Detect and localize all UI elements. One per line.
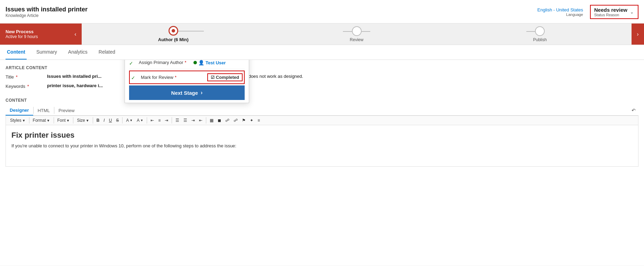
image-button[interactable]: ◼ xyxy=(216,117,223,123)
stage-author-circle[interactable] xyxy=(169,26,178,36)
sparkle-button[interactable]: ✦ xyxy=(248,117,255,123)
editor-tab-preview[interactable]: Preview xyxy=(54,106,79,115)
status-chevron-icon: ⌄ xyxy=(630,10,634,15)
main-content: ARTICLE CONTENT Title * Issues with inst… xyxy=(0,60,644,266)
editor-body[interactable]: Fix printer issues If you're unable to c… xyxy=(6,125,638,167)
process-stages: Author (6 Min) Review Publish xyxy=(82,24,632,45)
process-bar: New Process Active for 9 hours ‹ Author … xyxy=(0,24,644,45)
outdent-button[interactable]: ⇤ xyxy=(198,117,204,123)
article-content-header: ARTICLE CONTENT xyxy=(6,65,638,70)
toolbar-sep3 xyxy=(73,117,73,123)
editor-tab-html[interactable]: HTML xyxy=(34,106,54,115)
article-fields: Title * Issues with installed pri... Key… xyxy=(6,74,638,92)
stage-publish: Publish xyxy=(448,26,632,42)
styles-dropdown[interactable]: Styles ▼ xyxy=(9,117,27,123)
font-color-button[interactable]: A▼ xyxy=(125,117,134,123)
align-right-button[interactable]: ⇥ xyxy=(163,117,170,123)
popup-author-label: Assign Primary Author* xyxy=(139,60,191,65)
author-online-icon xyxy=(193,61,197,64)
language-section: English - United States Language xyxy=(537,7,583,17)
toolbar-sep5 xyxy=(122,117,123,123)
stage-publish-circle[interactable] xyxy=(535,26,545,36)
article-title: Issues with installed printer xyxy=(6,6,88,13)
editor-toolbar: Styles ▼ Format ▼ Font ▼ Size ▼ B I U S … xyxy=(6,116,638,125)
status-value: Needs review xyxy=(594,7,627,13)
toolbar-sep2 xyxy=(54,117,54,123)
toolbar-sep7 xyxy=(172,117,172,123)
author-name[interactable]: Test User xyxy=(206,60,226,65)
article-right-fields: Description Printer does not work as des… xyxy=(192,74,638,92)
align-center-button[interactable]: ≡ xyxy=(157,117,162,123)
link-button[interactable]: ☍ xyxy=(224,117,231,123)
strikethrough-button[interactable]: S xyxy=(115,117,120,123)
bold-button[interactable]: B xyxy=(95,117,101,123)
article-subtitle: Knowledge Article xyxy=(6,13,88,18)
stage-author: Author (6 Min) xyxy=(82,26,265,42)
popup-mark-review-label: Mark for Review* xyxy=(141,75,205,80)
stage-review-circle[interactable] xyxy=(352,26,362,36)
stage-publish-label: Publish xyxy=(533,37,547,42)
next-stage-arrow-icon: › xyxy=(201,90,202,96)
stage-popup: Active for 6 minutes □ ✕ ✓ Set Keywords*… xyxy=(125,60,249,103)
table-button[interactable]: ▦ xyxy=(208,117,215,123)
language-label: Language xyxy=(537,12,583,17)
underline-button[interactable]: U xyxy=(108,117,114,123)
popup-author-row: ✓ Assign Primary Author* 👤 Test User xyxy=(129,60,245,69)
unordered-list-button[interactable]: ☰ xyxy=(182,117,189,123)
highlight-color-button[interactable]: A▼ xyxy=(135,117,145,123)
editor-tab-designer[interactable]: Designer xyxy=(6,106,33,116)
toolbar-sep4 xyxy=(93,117,93,123)
font-dropdown[interactable]: Font ▼ xyxy=(56,117,71,123)
size-dropdown[interactable]: Size ▼ xyxy=(75,117,90,123)
toolbar-sep6 xyxy=(147,117,147,123)
tab-summary[interactable]: Summary xyxy=(35,45,58,59)
next-stage-label: Next Stage xyxy=(171,90,198,96)
process-stage-time: Active for 9 hours xyxy=(6,34,65,39)
editor-tabs-bar: Designer HTML Preview ↶ xyxy=(6,106,638,116)
process-stage-name: New Process xyxy=(6,29,65,34)
language-value: English - United States xyxy=(537,7,583,12)
stage-review-label: Review xyxy=(350,37,363,42)
header: Issues with installed printer Knowledge … xyxy=(0,0,644,24)
content-section-header: CONTENT xyxy=(6,98,638,103)
process-stage-label: New Process Active for 9 hours xyxy=(0,24,69,45)
description-row: Description Printer does not work as des… xyxy=(192,74,638,80)
toolbar-sep1 xyxy=(29,117,29,123)
tab-content[interactable]: Content xyxy=(6,45,27,59)
process-nav-right-button[interactable]: › xyxy=(632,24,644,45)
mark-review-check-icon: ✓ xyxy=(131,75,138,81)
title-label: Title * xyxy=(6,74,47,80)
extra-button[interactable]: ≡ xyxy=(256,117,261,123)
author-check-icon: ✓ xyxy=(129,61,136,66)
tab-related[interactable]: Related xyxy=(97,45,117,59)
format-dropdown[interactable]: Format ▼ xyxy=(31,117,52,123)
article-content-section: ARTICLE CONTENT Title * Issues with inst… xyxy=(6,65,638,92)
mark-review-value: Completed xyxy=(216,75,239,80)
popup-author-value: 👤 Test User xyxy=(193,60,245,65)
popup-body: ✓ Set Keywords* printer issue,hardware i… xyxy=(125,60,249,103)
header-right: English - United States Language Needs r… xyxy=(537,5,638,19)
mark-review-checkbox-icon: ☑ xyxy=(211,75,215,80)
next-stage-button[interactable]: Next Stage › xyxy=(129,85,245,100)
tabs-bar: Content Summary Analytics Related xyxy=(0,45,644,60)
author-user-icon: 👤 xyxy=(198,60,204,65)
content-editor-section: CONTENT Designer HTML Preview ↶ Styles ▼… xyxy=(6,98,638,167)
undo-button[interactable]: ↶ xyxy=(629,106,638,114)
toolbar-sep8 xyxy=(206,117,206,123)
editor-body-text: If you're unable to connect to your prin… xyxy=(11,143,633,148)
keywords-required: * xyxy=(27,84,29,89)
stage-author-label: Author (6 Min) xyxy=(158,37,189,42)
indent-button[interactable]: ⇥ xyxy=(190,117,196,123)
tab-analytics[interactable]: Analytics xyxy=(67,45,89,59)
status-section[interactable]: Needs review Status Reason ⌄ xyxy=(590,5,638,19)
ordered-list-button[interactable]: ☰ xyxy=(174,117,181,123)
italic-button[interactable]: I xyxy=(102,117,106,123)
mark-review-value-box: ☑ Completed xyxy=(207,73,243,81)
editor-heading: Fix printer issues xyxy=(11,131,633,140)
unlink-button[interactable]: ☍ xyxy=(232,117,239,123)
process-nav-left-button[interactable]: ‹ xyxy=(69,24,82,45)
header-left: Issues with installed printer Knowledge … xyxy=(6,6,88,18)
keywords-label: Keywords * xyxy=(6,83,47,89)
align-left-button[interactable]: ⇤ xyxy=(149,117,155,123)
flag-button[interactable]: ⚑ xyxy=(241,117,247,123)
